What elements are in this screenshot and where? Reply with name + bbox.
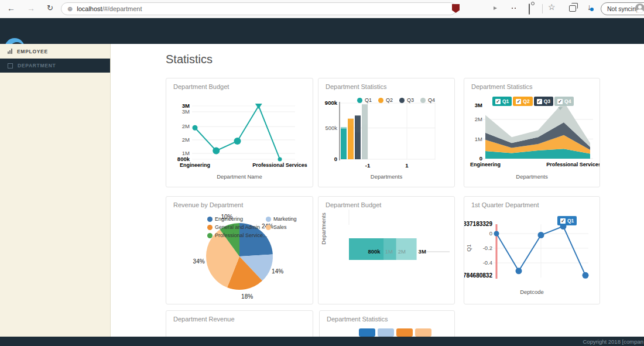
legend-item-Sales[interactable]: Sales xyxy=(266,224,297,230)
site-info-icon[interactable]: ⊕ xyxy=(67,5,73,13)
url-host: localhost xyxy=(77,5,102,12)
checkbox-icon: ✓ xyxy=(495,99,501,104)
legend-toggle-Q4[interactable]: ✓Q4 xyxy=(554,97,574,106)
svg-text:3M: 3M xyxy=(182,108,190,115)
bar-chart-canvas[interactable]: 900k500k0-11 xyxy=(318,78,454,187)
document-square-icon xyxy=(8,63,13,68)
chart-bars-icon xyxy=(8,49,12,54)
multiple-tabs-icon[interactable] xyxy=(569,5,576,12)
sync-status-label: Not syncing xyxy=(607,5,639,12)
chart-card-department-budget-hbar: Department Budget Departments 800k1M2M3M xyxy=(318,196,455,304)
checkbox-icon: ✓ xyxy=(516,99,521,104)
svg-text:800k: 800k xyxy=(368,248,381,255)
sidebar-nav: EMPLOYEE DEPARTMENT xyxy=(0,44,111,337)
svg-text:-0.2: -0.2 xyxy=(483,245,492,251)
svg-text:50337183329: 50337183329 xyxy=(464,221,492,227)
profile-avatar[interactable] xyxy=(635,4,644,13)
checkbox-icon: ✓ xyxy=(560,218,566,224)
legend-pointer xyxy=(558,107,563,110)
line-chart-canvas[interactable]: 3M3M2M2M1M800kEngineeringProfessional Se… xyxy=(166,78,313,187)
svg-text:900k: 900k xyxy=(325,100,338,106)
chart-title: Department Budget xyxy=(326,201,381,208)
app-header: wavemaker xyxy=(0,18,644,44)
legend-dot-icon xyxy=(266,217,271,222)
svg-text:2M: 2M xyxy=(182,136,190,143)
chart-legend: ✓Q1✓Q2✓Q3✓Q4 xyxy=(492,97,575,106)
pie-chart-canvas[interactable]: 24%14%18%34%10% xyxy=(166,197,313,304)
forward-icon[interactable]: → xyxy=(27,3,35,13)
legend-button[interactable] xyxy=(359,328,375,337)
svg-text:1M: 1M xyxy=(475,136,482,142)
svg-text:500k: 500k xyxy=(325,125,337,131)
refresh-icon[interactable]: ↻ xyxy=(47,3,53,13)
svg-text:2M: 2M xyxy=(475,116,482,122)
legend-item-Q1[interactable]: Q1 xyxy=(357,97,372,103)
sidebar-item-employee[interactable]: EMPLOYEE xyxy=(0,44,110,59)
legend-button[interactable] xyxy=(378,328,394,337)
page-title: Statistics xyxy=(166,53,213,66)
svg-text:Engineering: Engineering xyxy=(470,162,501,167)
back-icon[interactable]: ← xyxy=(7,3,15,13)
line-chart-canvas[interactable]: 503371833290-0.2-0.412784680832 xyxy=(464,197,600,304)
chart-title: Department Statistics xyxy=(327,316,388,323)
chart-title: Department Revenue xyxy=(173,316,235,323)
address-bar[interactable]: ⊕ localhost/#/department xyxy=(61,2,457,15)
collections-star-icon[interactable]: ☆ xyxy=(548,2,556,12)
svg-text:2M: 2M xyxy=(398,248,406,255)
legend-item-Marketing[interactable]: Marketing xyxy=(266,216,297,222)
sync-profile-button[interactable]: Not syncing xyxy=(601,2,644,15)
legend-item-Q2[interactable]: Q2 xyxy=(378,97,393,103)
chart-card-department-statistics-area: Department Statistics ✓Q1✓Q2✓Q3✓Q4 3M2M1… xyxy=(464,78,600,187)
legend-dot-icon xyxy=(266,225,271,230)
legend-item-Engineering[interactable]: Engineering xyxy=(207,216,268,222)
chart-card-department-revenue: Department Revenue xyxy=(166,310,313,337)
svg-text:14%: 14% xyxy=(272,268,283,275)
chart-card-revenue-pie: Revenue by Department EngineeringGeneral… xyxy=(166,196,313,304)
legend-toggle-Q2[interactable]: ✓Q2 xyxy=(513,97,532,106)
legend-item-General-and-Admin[interactable]: General and Admin xyxy=(207,224,268,230)
area-chart-canvas[interactable]: 3M2M1M0EngineeringProfessional Services xyxy=(464,78,600,187)
chart-title: Department Statistics xyxy=(471,83,533,90)
svg-text:800k: 800k xyxy=(177,156,190,162)
download-badge xyxy=(590,8,594,11)
svg-text:-0.4: -0.4 xyxy=(483,259,492,266)
chart-card-department-statistics-bar: Department Statistics Q1Q2Q3Q4 900k500k0… xyxy=(318,78,455,187)
svg-text:0: 0 xyxy=(489,230,492,237)
x-axis-title: Department Name xyxy=(166,173,313,180)
svg-text:Professional Services: Professional Services xyxy=(252,162,307,168)
x-axis-title: Deptcode xyxy=(464,289,600,295)
legend-button[interactable] xyxy=(396,328,413,337)
legend-dot-icon xyxy=(357,98,362,103)
sidebar-item-department[interactable]: DEPARTMENT xyxy=(0,59,110,73)
hbar-chart-canvas[interactable]: 800k1M2M3M xyxy=(318,197,454,304)
legend-button[interactable] xyxy=(415,328,431,337)
legend-toggle-Q1[interactable]: ✓Q1 xyxy=(557,216,577,225)
downloads-icon[interactable]: ↓ xyxy=(587,2,591,12)
legend-item-Q3[interactable]: Q3 xyxy=(399,97,414,103)
chart-title: Department Budget xyxy=(173,83,229,90)
svg-text:12784680832: 12784680832 xyxy=(464,272,492,279)
svg-text:3M: 3M xyxy=(475,102,482,108)
svg-text:Professional Services: Professional Services xyxy=(546,162,600,167)
pie-legend-column-1: EngineeringGeneral and AdminProfessional… xyxy=(207,216,274,238)
chart-card-first-quarter-line: 1st Quarter Department ✓Q1 Q1 5033718332… xyxy=(464,196,600,304)
toolbar-divider xyxy=(542,4,543,13)
svg-text:2M: 2M xyxy=(182,123,190,129)
legend-toggle-Q3[interactable]: ✓Q3 xyxy=(534,97,553,106)
legend-dot-icon xyxy=(420,98,426,103)
svg-text:18%: 18% xyxy=(241,293,253,300)
x-axis-title: Departments xyxy=(318,173,454,180)
y-axis-title: Q1 xyxy=(465,239,472,257)
legend-toggle-Q1[interactable]: ✓Q1 xyxy=(492,97,512,106)
legend-item-Q4[interactable]: Q4 xyxy=(420,97,435,103)
browser-toolbar: ← → ↻ ⊕ localhost/#/department ☆ ↓ Not s… xyxy=(0,0,644,18)
copyright-text: Copyright 2018 [compan xyxy=(583,338,643,345)
extensions-puzzle-icon[interactable] xyxy=(529,4,530,15)
legend-dot-icon xyxy=(399,98,405,103)
svg-text:3M: 3M xyxy=(419,248,426,255)
sidebar-item-label: DEPARTMENT xyxy=(18,63,56,68)
chart-legend xyxy=(359,328,434,337)
legend-item-Professional-Service-[interactable]: Professional Service... xyxy=(207,232,268,238)
svg-text:1M: 1M xyxy=(385,248,393,255)
chart-card-department-budget-line: Department Budget 3M3M2M2M1M800kEngineer… xyxy=(166,78,313,187)
